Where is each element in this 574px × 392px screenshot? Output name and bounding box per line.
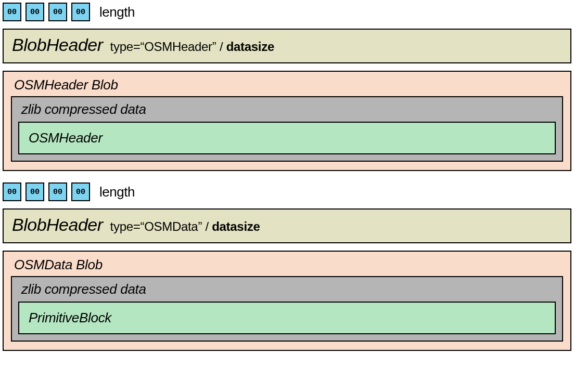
byte-box: 00 — [25, 3, 44, 21]
byte-box: 00 — [25, 182, 44, 201]
byte-box: 00 — [71, 3, 90, 21]
blobheader-datasize: datasize — [212, 219, 260, 233]
byte-box: 00 — [48, 3, 67, 21]
blob-title: OSMHeader Blob — [11, 76, 563, 96]
zlib-title: zlib compressed data — [18, 100, 556, 122]
length-label: length — [99, 184, 135, 200]
blobheader-box-2: BlobHeader type=“OSMData” / datasize — [3, 208, 571, 243]
length-row-1: 00 00 00 00 length — [3, 3, 571, 21]
length-label: length — [99, 4, 135, 20]
osmheader-blob-box: OSMHeader Blob zlib compressed data OSMH… — [3, 71, 571, 171]
blobheader-type: type=“OSMData” / — [110, 219, 212, 233]
blobheader-title: BlobHeader — [12, 215, 103, 235]
blobheader-datasize: datasize — [226, 40, 274, 54]
zlib-title: zlib compressed data — [18, 280, 556, 302]
byte-box: 00 — [3, 3, 21, 21]
osmdata-blob-box: OSMData Blob zlib compressed data Primit… — [3, 251, 571, 351]
inner-title: PrimitiveBlock — [29, 310, 545, 326]
blobheader-detail: type=“OSMHeader” / datasize — [110, 40, 274, 54]
zlib-box: zlib compressed data PrimitiveBlock — [11, 276, 563, 342]
primitiveblock-inner-box: PrimitiveBlock — [18, 302, 556, 334]
length-row-2: 00 00 00 00 length — [3, 182, 571, 201]
byte-box: 00 — [3, 182, 21, 201]
blobheader-line: BlobHeader type=“OSMData” / datasize — [12, 215, 562, 235]
osmheader-inner-box: OSMHeader — [18, 122, 556, 154]
inner-title: OSMHeader — [29, 130, 545, 146]
blobheader-line: BlobHeader type=“OSMHeader” / datasize — [12, 35, 562, 55]
zlib-box: zlib compressed data OSMHeader — [11, 96, 563, 162]
blobheader-box-1: BlobHeader type=“OSMHeader” / datasize — [3, 29, 571, 63]
blobheader-title: BlobHeader — [12, 35, 103, 55]
byte-box: 00 — [48, 182, 67, 201]
blobheader-detail: type=“OSMData” / datasize — [110, 219, 260, 234]
byte-box: 00 — [71, 182, 90, 201]
blobheader-type: type=“OSMHeader” / — [110, 40, 226, 54]
blob-title: OSMData Blob — [11, 256, 563, 276]
